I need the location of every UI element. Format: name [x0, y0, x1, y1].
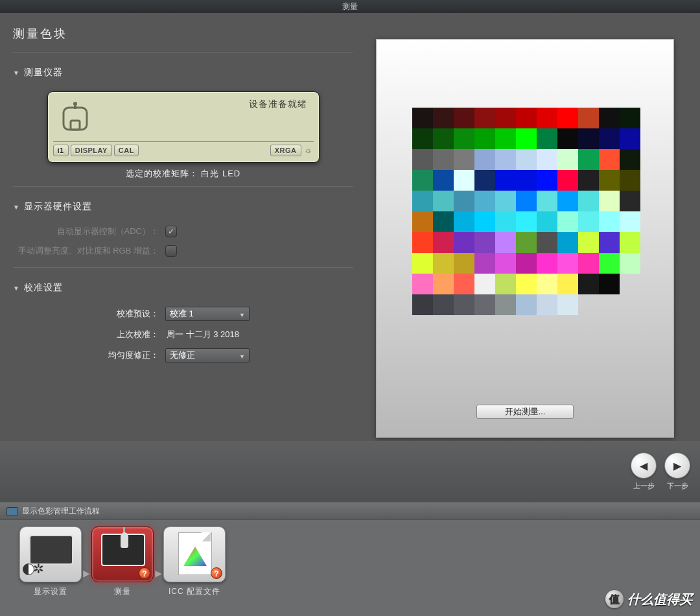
color-patch — [537, 253, 557, 274]
color-patch — [557, 128, 578, 149]
divider — [13, 52, 353, 53]
last-calibration-value: 周一 十二月 3 2018 — [165, 329, 239, 340]
arrow-right-icon: ▶ — [664, 453, 690, 479]
workflow-title: 显示色彩管理工作流程 — [22, 506, 100, 517]
svg-rect-1 — [71, 121, 80, 130]
color-patch — [474, 128, 495, 149]
watermark-text: 什么值得买 — [627, 591, 692, 608]
color-patch — [412, 128, 433, 149]
color-patch — [620, 232, 640, 253]
color-patch — [433, 211, 454, 232]
last-calibration-label: 上次校准： — [13, 329, 165, 340]
color-patch — [537, 191, 557, 211]
color-patch — [495, 191, 516, 211]
color-patch — [599, 274, 620, 294]
section-header-hardware[interactable]: 显示器硬件设置 — [13, 198, 353, 215]
section-header-calibration[interactable]: 校准设置 — [13, 279, 353, 296]
color-patch — [557, 191, 578, 211]
color-patch — [578, 191, 599, 211]
color-patch — [474, 294, 495, 315]
color-patch — [516, 108, 537, 128]
window-title: 测量 — [342, 2, 358, 11]
chevron-right-icon: ▶ — [83, 568, 90, 578]
preview-card: 开始测量... — [376, 39, 674, 438]
window-title-bar: 测量 — [0, 0, 700, 13]
color-patch — [474, 253, 495, 274]
prev-label: 上一步 — [633, 481, 655, 491]
page-title: 测量色块 — [13, 26, 353, 48]
color-patch — [454, 211, 474, 232]
color-patch — [578, 232, 599, 253]
start-measurement-button[interactable]: 开始测量... — [476, 405, 574, 419]
workflow-items: ✲ 显示设置 ▶ ? 测量 ▶ — [0, 520, 700, 604]
color-patch — [516, 170, 537, 191]
color-patch — [557, 253, 578, 274]
color-patch — [620, 128, 640, 149]
color-patch — [412, 211, 433, 232]
uniformity-label: 均匀度修正： — [13, 349, 165, 361]
watermark: 值 什么值得买 — [605, 590, 692, 608]
monitor-icon — [6, 507, 18, 516]
color-patch — [495, 253, 516, 274]
color-patch — [599, 149, 620, 170]
svg-point-3 — [73, 102, 77, 106]
color-patch — [474, 211, 495, 232]
color-patch — [620, 149, 640, 170]
help-badge-icon: ? — [139, 567, 150, 579]
help-badge-icon: ? — [211, 567, 222, 579]
color-patch — [537, 211, 557, 232]
color-patch — [599, 170, 620, 191]
color-patch — [578, 274, 599, 294]
indicator-xrga: XRGA — [270, 145, 301, 156]
color-patch — [578, 149, 599, 170]
color-patch — [599, 232, 620, 253]
color-patch — [578, 253, 599, 274]
bulb-icon: ☼ — [303, 145, 314, 155]
next-button[interactable]: ▶ 下一步 — [664, 453, 690, 491]
color-patch — [537, 294, 557, 315]
color-patch — [412, 191, 433, 211]
color-patch — [433, 191, 454, 211]
right-panel: 开始测量... — [369, 13, 700, 441]
left-panel: 测量色块 测量仪器 设备准备就绪 i1 DISPLAY CAL — [0, 13, 369, 441]
color-patch — [454, 170, 474, 191]
color-patch — [578, 211, 599, 232]
color-patch-grid — [412, 108, 640, 315]
workflow-step-display-settings[interactable]: ✲ 显示设置 — [19, 527, 82, 597]
color-patch — [433, 253, 454, 274]
section-header-instrument[interactable]: 测量仪器 — [13, 64, 353, 81]
preset-select[interactable]: 校准 1 — [165, 307, 250, 321]
color-patch — [516, 191, 537, 211]
color-patch — [433, 128, 454, 149]
indicator-i1: i1 — [53, 145, 69, 156]
workflow-step-icc-profile[interactable]: ? ICC 配置文件 — [163, 527, 226, 597]
calibration-matrix-value: 白光 LED — [201, 169, 240, 178]
adc-checkbox[interactable]: ✓ — [165, 226, 177, 237]
color-patch — [474, 191, 495, 211]
color-patch — [495, 294, 516, 315]
arrow-left-icon: ◀ — [631, 453, 657, 479]
color-patch — [474, 170, 495, 191]
color-patch — [516, 274, 537, 294]
color-patch — [495, 108, 516, 128]
next-label: 下一步 — [667, 481, 688, 491]
nav-area: ◀ 上一步 ▶ 下一步 — [0, 441, 700, 503]
color-patch — [557, 170, 578, 191]
color-patch — [433, 294, 454, 315]
manual-adjust-checkbox[interactable] — [165, 245, 177, 257]
svg-marker-4 — [183, 547, 207, 566]
color-patch — [537, 274, 557, 294]
color-patch — [454, 191, 474, 211]
workflow-step-measure[interactable]: ? 测量 — [91, 527, 154, 597]
color-patch — [495, 128, 516, 149]
prev-button[interactable]: ◀ 上一步 — [631, 453, 657, 491]
color-patch — [537, 170, 557, 191]
color-patch — [412, 253, 433, 274]
color-patch — [495, 149, 516, 170]
manual-adjust-label: 手动调整亮度、对比度和 RGB 增益： — [13, 245, 165, 257]
color-patch — [412, 274, 433, 294]
section-body-instrument: 设备准备就绪 i1 DISPLAY CAL XRGA ☼ 选定的校准矩阵： 白光… — [13, 81, 353, 187]
color-patch — [433, 149, 454, 170]
main-area: 测量色块 测量仪器 设备准备就绪 i1 DISPLAY CAL — [0, 13, 700, 441]
uniformity-select[interactable]: 无修正 — [165, 348, 250, 362]
